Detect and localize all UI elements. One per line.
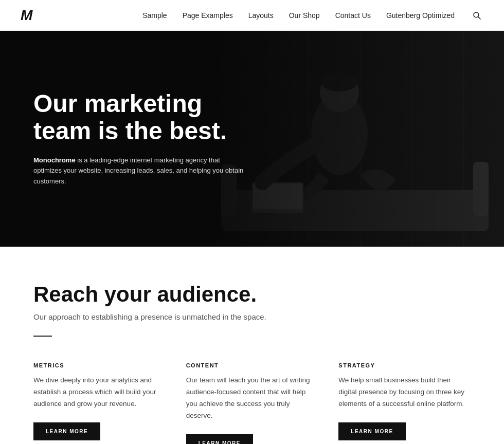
col-metrics: METRICS We dive deeply into your analyti… bbox=[33, 362, 166, 444]
section-divider bbox=[33, 336, 52, 337]
col-content-text: Our team will teach you the art of writi… bbox=[186, 375, 318, 422]
hero-content: Our marketing team is the best. Monochro… bbox=[33, 90, 249, 187]
hero-title: Our marketing team is the best. bbox=[33, 90, 249, 145]
col-metrics-title: METRICS bbox=[33, 362, 166, 368]
hero-brand-name: Monochrome bbox=[33, 156, 76, 164]
site-logo[interactable]: M bbox=[21, 7, 32, 24]
svg-line-1 bbox=[478, 16, 481, 19]
col-strategy-text: We help small businesses build their dig… bbox=[338, 375, 471, 410]
audience-subtitle: Our approach to establishing a presence … bbox=[33, 312, 471, 321]
hero-section: Our marketing team is the best. Monochro… bbox=[0, 31, 504, 247]
col-content-learn-btn[interactable]: LEARN MORE bbox=[186, 434, 253, 444]
audience-title: Reach your audience. bbox=[33, 283, 471, 306]
col-metrics-learn-btn[interactable]: LEARN MORE bbox=[33, 422, 100, 440]
svg-point-0 bbox=[474, 12, 479, 17]
nav-sample[interactable]: Sample bbox=[142, 11, 167, 20]
search-icon bbox=[472, 11, 481, 20]
nav-page-examples[interactable]: Page Examples bbox=[183, 11, 233, 20]
col-strategy: STRATEGY We help small businesses build … bbox=[338, 362, 471, 444]
search-button[interactable] bbox=[470, 9, 483, 22]
main-nav: Sample Page Examples Layouts Our Shop Co… bbox=[142, 9, 483, 22]
nav-our-shop[interactable]: Our Shop bbox=[289, 11, 320, 20]
features-columns: METRICS We dive deeply into your analyti… bbox=[33, 362, 471, 444]
col-strategy-title: STRATEGY bbox=[338, 362, 471, 368]
hero-description: Monochrome is a leading-edge internet ma… bbox=[33, 155, 249, 187]
col-metrics-text: We dive deeply into your analytics and e… bbox=[33, 375, 166, 410]
nav-layouts[interactable]: Layouts bbox=[248, 11, 274, 20]
site-header: M Sample Page Examples Layouts Our Shop … bbox=[0, 0, 504, 31]
nav-gutenberg-optimized[interactable]: Gutenberg Optimized bbox=[386, 11, 455, 20]
audience-section: Reach your audience. Our approach to est… bbox=[0, 247, 504, 444]
nav-contact-us[interactable]: Contact Us bbox=[335, 11, 371, 20]
col-strategy-learn-btn[interactable]: LEARN MORE bbox=[338, 422, 405, 440]
col-content: CONTENT Our team will teach you the art … bbox=[186, 362, 318, 444]
col-content-title: CONTENT bbox=[186, 362, 318, 368]
